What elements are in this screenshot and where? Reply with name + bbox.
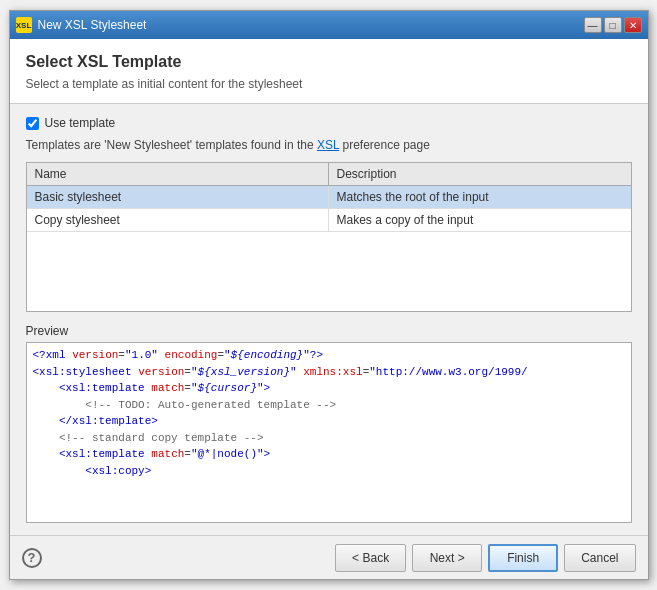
content-area: Select XSL Template Select a template as… xyxy=(10,39,648,535)
column-description-header: Description xyxy=(329,163,631,185)
help-button[interactable]: ? xyxy=(22,548,42,568)
table-row[interactable]: Copy stylesheet Makes a copy of the inpu… xyxy=(27,209,631,232)
preview-line-2: <xsl:stylesheet version="${xsl_version}"… xyxy=(33,364,625,381)
preview-line-4: <!-- TODO: Auto-generated template --> xyxy=(33,397,625,414)
templates-info-suffix: preference page xyxy=(339,138,430,152)
preview-box[interactable]: <?xml version="1.0" encoding="${encoding… xyxy=(26,342,632,523)
back-button[interactable]: < Back xyxy=(335,544,406,572)
xsl-preference-link[interactable]: XSL xyxy=(317,138,339,152)
main-section: Use template Templates are 'New Styleshe… xyxy=(10,104,648,535)
title-bar-buttons: — □ ✕ xyxy=(584,17,642,33)
preview-line-6: <!-- standard copy template --> xyxy=(33,430,625,447)
row-2-name: Copy stylesheet xyxy=(27,209,329,231)
use-template-checkbox[interactable] xyxy=(26,117,39,130)
templates-info-prefix: Templates are 'New Stylesheet' templates… xyxy=(26,138,317,152)
finish-button[interactable]: Finish xyxy=(488,544,558,572)
row-1-name: Basic stylesheet xyxy=(27,186,329,208)
row-1-description: Matches the root of the input xyxy=(329,186,631,208)
page-title: Select XSL Template xyxy=(26,53,632,71)
page-subtitle: Select a template as initial content for… xyxy=(26,77,632,91)
preview-label: Preview xyxy=(26,324,632,338)
preview-line-5: </xsl:template> xyxy=(33,413,625,430)
use-template-label[interactable]: Use template xyxy=(45,116,116,130)
preview-section: Preview <?xml version="1.0" encoding="${… xyxy=(26,324,632,523)
next-button[interactable]: Next > xyxy=(412,544,482,572)
template-table: Name Description Basic stylesheet Matche… xyxy=(26,162,632,312)
close-button[interactable]: ✕ xyxy=(624,17,642,33)
maximize-button[interactable]: □ xyxy=(604,17,622,33)
preview-line-1: <?xml version="1.0" encoding="${encoding… xyxy=(33,347,625,364)
window-title: New XSL Stylesheet xyxy=(38,18,584,32)
cancel-button[interactable]: Cancel xyxy=(564,544,635,572)
table-header: Name Description xyxy=(27,163,631,186)
bottom-bar: ? < Back Next > Finish Cancel xyxy=(10,535,648,579)
minimize-button[interactable]: — xyxy=(584,17,602,33)
table-row[interactable]: Basic stylesheet Matches the root of the… xyxy=(27,186,631,209)
row-2-description: Makes a copy of the input xyxy=(329,209,631,231)
header-section: Select XSL Template Select a template as… xyxy=(10,39,648,104)
column-name-header: Name xyxy=(27,163,329,185)
window-icon: XSL xyxy=(16,17,32,33)
preview-line-3: <xsl:template match="${cursor}"> xyxy=(33,380,625,397)
use-template-row: Use template xyxy=(26,116,632,130)
title-bar: XSL New XSL Stylesheet — □ ✕ xyxy=(10,11,648,39)
preview-line-8: <xsl:copy> xyxy=(33,463,625,480)
preview-line-7: <xsl:template match="@*|node()"> xyxy=(33,446,625,463)
main-window: XSL New XSL Stylesheet — □ ✕ Select XSL … xyxy=(9,10,649,580)
templates-info: Templates are 'New Stylesheet' templates… xyxy=(26,138,632,152)
bottom-buttons: < Back Next > Finish Cancel xyxy=(335,544,635,572)
